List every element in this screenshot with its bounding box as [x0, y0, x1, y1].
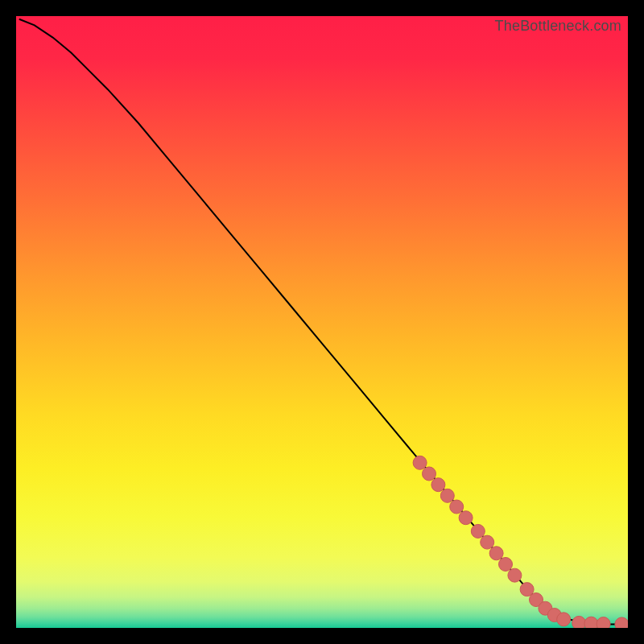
marker-point: [440, 489, 454, 502]
marker-point: [557, 613, 571, 626]
marker-point: [423, 467, 436, 481]
chart-frame: TheBottleneck.com: [16, 16, 628, 628]
marker-point: [413, 456, 427, 469]
marker-point: [499, 557, 513, 571]
gradient-background: [16, 16, 628, 628]
marker-point: [597, 617, 610, 628]
marker-point: [584, 617, 598, 628]
marker-point: [471, 524, 485, 538]
marker-point: [481, 535, 494, 549]
watermark-text: TheBottleneck.com: [495, 18, 621, 35]
marker-point: [615, 617, 628, 628]
marker-point: [508, 568, 522, 582]
chart-canvas: [16, 16, 628, 628]
marker-point: [459, 511, 473, 525]
marker-point: [450, 500, 464, 514]
marker-point: [489, 547, 503, 560]
marker-point: [431, 478, 445, 492]
marker-point: [572, 616, 586, 628]
